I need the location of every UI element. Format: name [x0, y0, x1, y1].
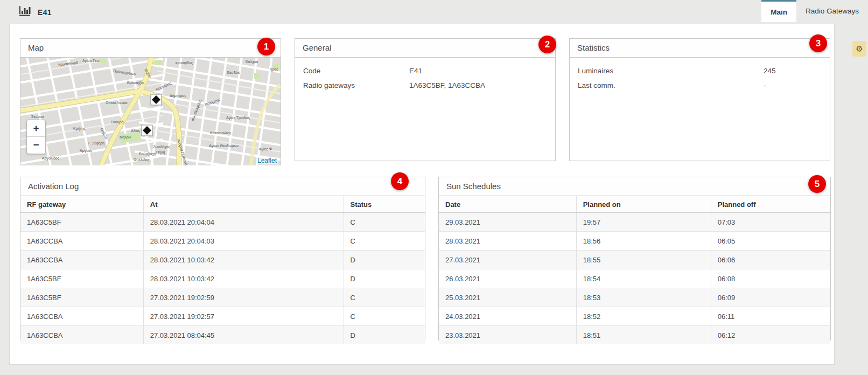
street-label: Σκουρά: [111, 120, 124, 124]
street-label: Σκύρου: [31, 115, 44, 119]
field-value: -: [764, 78, 822, 93]
field-label: Luminaires: [578, 64, 764, 78]
settings-button[interactable]: ⚙: [852, 41, 866, 57]
table-row[interactable]: 1A63CCBA28.03.2021 10:03:42D: [20, 251, 425, 269]
column-header: At: [143, 196, 344, 213]
activation-log-panel: 4 Activation Log RF gatewayAtStatus1A63C…: [20, 177, 425, 341]
street-label: Κάλχου: [246, 60, 258, 64]
sun-schedules-panel-title: Sun Schedules: [439, 177, 830, 196]
table-row[interactable]: 26.03.202118:5406:08: [439, 269, 830, 288]
table-row[interactable]: 28.03.202118:5606:05: [439, 232, 830, 251]
general-panel: 2 General CodeE41Radio gateways1A63C5BF,…: [295, 38, 556, 161]
statistics-panel: 3 Statistics Luminaires245Last comm.-: [569, 38, 830, 161]
activation-log-panel-title: Activation Log: [20, 177, 425, 196]
bar-chart-icon: [19, 6, 31, 18]
gear-icon: ⚙: [856, 44, 863, 54]
table-row[interactable]: 23.03.202118:5106:12: [439, 326, 830, 345]
field-row: CodeE41: [295, 64, 555, 78]
table-row[interactable]: 1A63C5BF28.03.2021 10:03:42D: [20, 269, 425, 288]
table-cell: 28.03.2021 10:03:42: [143, 269, 344, 288]
tab-main[interactable]: Main: [761, 0, 796, 22]
table-cell: 24.03.2021: [439, 307, 576, 326]
table-cell: 28.03.2021 20:04:03: [143, 232, 344, 251]
table-cell: 26.03.2021: [439, 269, 576, 288]
table-cell: 27.03.2021 19:02:57: [143, 307, 344, 326]
field-label: Code: [303, 64, 409, 78]
table-cell: 28.03.2021: [439, 232, 576, 251]
zoom-in-button[interactable]: +: [27, 120, 45, 137]
table-cell: 1A63CCBA: [20, 307, 143, 326]
table-cell: 1A63C5BF: [20, 288, 143, 307]
table-row[interactable]: 1A63C5BF27.03.2021 19:02:59C: [20, 288, 425, 307]
statistics-panel-title: Statistics: [570, 39, 830, 58]
street-label: Πηγή: [156, 150, 165, 155]
annotation-badge-4: 4: [391, 172, 409, 190]
top-bar: E41 Main Radio Gateways: [0, 0, 868, 22]
table-cell: 06:08: [711, 269, 830, 288]
street-label: Κατσαντώνη: [210, 131, 231, 135]
street-label: Αγίας Τριάδος: [226, 116, 250, 120]
map-marker[interactable]: [142, 125, 152, 136]
map-canvas[interactable]: ΧρυσολωράΑγίου ΓεωΠολυτεχνείωνΒριοσηζόςκ…: [20, 58, 281, 165]
street-label: Βριοσηζός: [127, 81, 145, 85]
table-cell: 27.03.2021: [439, 251, 576, 269]
map-marker[interactable]: [151, 94, 162, 105]
general-fields: CodeE41Radio gateways1A63C5BF, 1A63CCBA: [295, 58, 555, 93]
street-label: Δήμητρος: [170, 94, 186, 98]
street-label: Βούρβαχη: [139, 152, 156, 156]
table-cell: 1A63C5BF: [20, 213, 143, 232]
column-header: Date: [439, 196, 576, 213]
annotation-badge-1: 1: [257, 38, 275, 55]
table-cell: 25.03.2021: [439, 288, 576, 307]
table-row[interactable]: 1A63CCBA27.03.2021 19:02:57C: [20, 307, 425, 326]
street-label: Μήλου: [120, 135, 131, 140]
page-title: E41: [38, 8, 52, 17]
tab-bar: Main Radio Gateways: [761, 0, 868, 22]
street-label: Άγιος Φ: [259, 147, 272, 151]
statistics-fields: Luminaires245Last comm.-: [570, 58, 830, 93]
table-cell: 28.03.2021 20:04:04: [143, 213, 344, 232]
map-tiles: ΧρυσολωράΑγίου ΓεωΠολυτεχνείωνΒριοσηζόςκ…: [20, 58, 281, 165]
table-cell: 06:12: [711, 326, 830, 345]
table-cell: C: [344, 213, 425, 232]
table-row[interactable]: 1A63CCBA28.03.2021 20:04:03C: [20, 232, 425, 251]
table-row[interactable]: 24.03.202118:5206:11: [439, 307, 830, 326]
table-cell: 23.03.2021: [439, 326, 576, 345]
annotation-badge-3: 3: [809, 34, 827, 52]
street-label: Αργολίδος: [42, 156, 60, 161]
street-label: Φύλλιδος: [134, 158, 150, 162]
street-label: Θεσδόκ: [227, 71, 240, 74]
table-cell: D: [344, 269, 425, 288]
table-cell: 1A63CCBA: [20, 251, 143, 269]
table-row[interactable]: 1A63CCBA27.03.2021 08:04:45D: [20, 326, 425, 345]
table-cell: 18:51: [576, 326, 711, 345]
table-row[interactable]: 29.03.202119:5707:03: [439, 213, 830, 232]
table-row[interactable]: 27.03.202118:5506:06: [439, 251, 830, 269]
tab-radio-gateways[interactable]: Radio Gateways: [796, 0, 868, 22]
zoom-out-button[interactable]: −: [27, 137, 45, 153]
table-cell: 28.03.2021 10:03:42: [143, 251, 344, 269]
table-row[interactable]: 25.03.202118:5306:09: [439, 288, 830, 307]
table-cell: 06:11: [711, 307, 830, 326]
table-cell: 1A63CCBA: [20, 326, 143, 345]
table-cell: 29.03.2021: [439, 213, 576, 232]
field-row: Last comm.-: [570, 78, 830, 93]
table-cell: 06:05: [711, 232, 830, 251]
street-label: Άργους: [80, 149, 93, 153]
table-row[interactable]: 1A63C5BF28.03.2021 20:04:04C: [20, 213, 425, 232]
column-header: Planned off: [711, 196, 830, 213]
street-label: Οσίου Λουκά: [106, 101, 127, 105]
annotation-badge-2: 2: [538, 36, 556, 53]
street-label: Ζωοδόχος: [153, 145, 171, 149]
table-cell: 18:54: [576, 269, 711, 288]
field-label: Radio gateways: [303, 78, 409, 93]
table-cell: 06:09: [711, 288, 830, 307]
table-cell: D: [344, 326, 425, 345]
annotation-badge-5: 5: [808, 175, 826, 193]
map-panel-title: Map: [20, 39, 281, 58]
table-cell: 06:06: [711, 251, 830, 269]
table-cell: C: [344, 232, 425, 251]
leaflet-attribution-link[interactable]: Leaflet: [256, 157, 278, 164]
field-row: Radio gateways1A63C5BF, 1A63CCBA: [295, 78, 555, 93]
street-label: Αγίων Θεοδωρών: [209, 144, 239, 148]
